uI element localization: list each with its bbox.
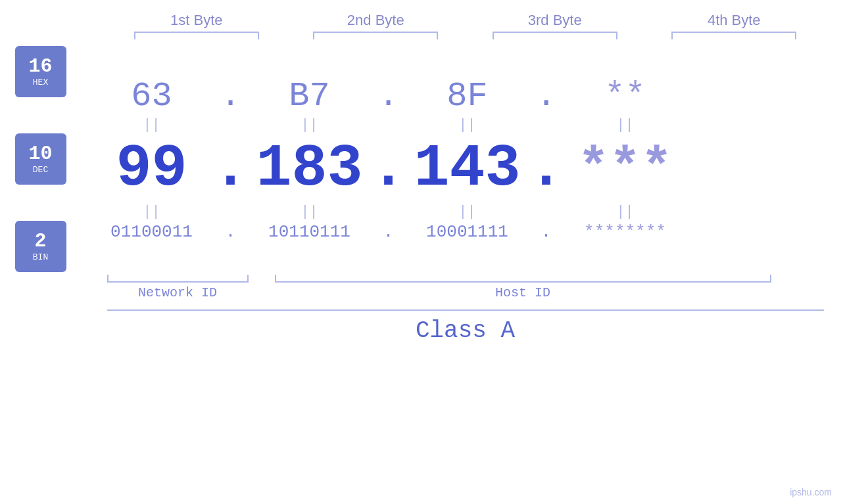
byte2-header: 2nd Byte [310,12,441,29]
hex-dot2: . [375,77,402,116]
byte1-header: 1st Byte [131,12,262,29]
bin-b4: ******** [560,222,691,242]
eq1-b1: || [86,117,218,133]
byte4-header: 4th Byte [668,12,800,29]
equals-row-2: || || || || [86,202,831,222]
bin-badge-number: 2 [34,231,46,251]
bottom-bracket-container [107,275,824,283]
dec-row: 99 . 183 . 143 . *** [86,135,831,202]
eq2-b2: || [244,204,375,220]
hex-badge-number: 16 [28,57,52,76]
byte3-header: 3rd Byte [489,12,621,29]
network-bracket [107,275,249,283]
class-container: Class A [107,309,824,344]
id-labels-row: Network ID Host ID [107,285,824,300]
rows-container: 63 . B7 . 8F . ** [86,77,831,242]
dec-badge-number: 10 [28,144,52,164]
watermark: ipshu.com [790,487,832,497]
hex-dot1: . [218,77,244,116]
bracket-2 [313,32,438,39]
bin-b3: 10001111 [402,222,533,242]
byte-headers: 1st Byte 2nd Byte 3rd Byte 4th Byte [107,12,824,29]
equals-row-1: || || || || [86,116,831,135]
bracket-4 [671,32,796,39]
bin-b1: 01100011 [86,222,218,242]
dec-b1: 99 [86,135,218,202]
dec-dot1: . [218,135,244,202]
bracket-1 [134,32,259,39]
host-bracket [275,275,771,283]
hex-row: 63 . B7 . 8F . ** [86,77,831,116]
main-container: 1st Byte 2nd Byte 3rd Byte 4th Byte 16 H… [0,0,845,504]
hex-b4: ** [560,77,691,116]
dec-badge: 10 DEC [15,133,66,185]
eq1-b2: || [244,117,375,133]
eq2-b4: || [560,204,691,220]
bin-badge-label: BIN [33,252,48,262]
bin-dot2: . [375,222,402,242]
eq1-b3: || [402,117,533,133]
hex-badge: 16 HEX [15,46,66,97]
dec-b3: 143 [402,135,533,202]
dec-dot2: . [375,135,402,202]
eq2-b1: || [86,204,218,220]
hex-badge-label: HEX [33,78,48,87]
top-brackets [107,32,824,39]
dec-b2: 183 [244,135,375,202]
host-id-label: Host ID [275,285,771,300]
eq1-b4: || [560,117,691,133]
bin-b2: 10110111 [244,222,375,242]
bracket-3 [493,32,617,39]
badge-column: 16 HEX 10 DEC 2 BIN [15,46,66,272]
hex-dot3: . [533,77,560,116]
class-bar [107,309,824,311]
bin-badge: 2 BIN [15,221,66,272]
class-label: Class A [107,317,824,344]
dec-b4: *** [560,139,691,198]
bin-dot1: . [218,222,244,242]
bin-dot3: . [533,222,560,242]
dec-dot3: . [533,135,560,202]
hex-b3: 8F [402,77,533,116]
hex-b2: B7 [244,77,375,116]
eq2-b3: || [402,204,533,220]
hex-b1: 63 [86,77,218,116]
network-id-label: Network ID [107,285,249,300]
dec-badge-label: DEC [33,165,48,175]
bin-row: 01100011 . 10110111 . 10001111 . [86,222,831,242]
